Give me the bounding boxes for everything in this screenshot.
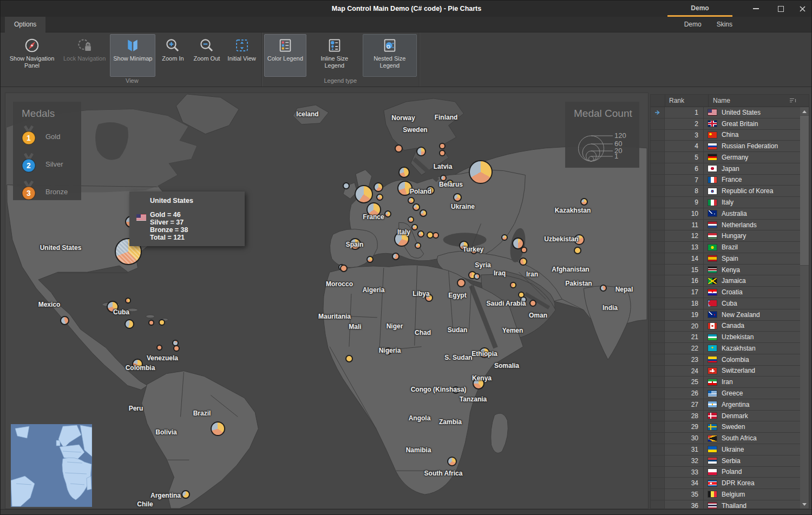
- table-row-switzerland[interactable]: 24Switzerland: [651, 366, 800, 377]
- pie-marker[interactable]: [469, 160, 493, 184]
- table-row-canada[interactable]: 20Canada: [651, 321, 800, 332]
- pie-marker[interactable]: [420, 209, 427, 217]
- pie-marker[interactable]: [398, 167, 410, 178]
- table-row-hungary[interactable]: 12Hungary: [651, 230, 800, 242]
- table-row-greece[interactable]: 26Greece: [651, 388, 800, 399]
- table-row-dpr-korea[interactable]: 34DPR Korea: [651, 478, 800, 489]
- pie-marker[interactable]: [376, 194, 383, 201]
- minimize-button[interactable]: [746, 1, 765, 17]
- pie-marker[interactable]: [447, 457, 457, 466]
- table-row-thailand[interactable]: 36Thailand: [651, 500, 800, 509]
- pie-marker[interactable]: [340, 265, 348, 272]
- color-legend-button[interactable]: Color Legend: [264, 34, 306, 77]
- sort-icon[interactable]: [789, 97, 797, 104]
- table-row-iran[interactable]: 25Iran: [651, 377, 800, 388]
- pie-marker[interactable]: [417, 230, 424, 237]
- table-row-croatia[interactable]: 17Croatia: [651, 287, 800, 298]
- table-row-ukraine[interactable]: 31Ukraine: [651, 444, 800, 455]
- map-view[interactable]: IcelandNorwayFinlandSwedenLatviaBelarusP…: [5, 93, 649, 509]
- grid-scrollbar[interactable]: [800, 107, 809, 509]
- table-row-russian-federation[interactable]: 4Russian Federation: [651, 141, 800, 152]
- pie-marker[interactable]: [211, 421, 225, 436]
- table-row-uzbekistan[interactable]: 21Uzbekistan: [651, 332, 800, 343]
- scrollbar-thumb[interactable]: [800, 116, 809, 266]
- table-row-australia[interactable]: 10Australia: [651, 208, 800, 220]
- pie-marker[interactable]: [510, 282, 516, 288]
- table-row-denmark[interactable]: 28Denmark: [651, 411, 800, 422]
- table-row-great-britain[interactable]: 2Great Britain: [651, 118, 800, 130]
- table-row-colombia[interactable]: 23Colombia: [651, 354, 800, 366]
- pie-marker[interactable]: [159, 319, 165, 326]
- pie-marker[interactable]: [574, 247, 581, 254]
- table-row-brazil[interactable]: 13Brazil: [651, 242, 800, 253]
- table-row-kazakhstan[interactable]: 22Kazakhstan: [651, 343, 800, 354]
- maximize-button[interactable]: [771, 1, 790, 17]
- scroll-up-button[interactable]: [800, 107, 809, 116]
- table-row-poland[interactable]: 33Poland: [651, 467, 800, 478]
- pie-marker[interactable]: [519, 258, 527, 266]
- table-row-argentina[interactable]: 27Argentina: [651, 399, 800, 411]
- table-row-sweden[interactable]: 29Sweden: [651, 421, 800, 433]
- pie-marker[interactable]: [345, 355, 353, 362]
- scroll-down-button[interactable]: [800, 500, 809, 509]
- zoom-out-button[interactable]: Zoom Out: [190, 34, 223, 77]
- pie-marker[interactable]: [600, 285, 607, 292]
- table-row-jamaica[interactable]: 16Jamaica: [651, 275, 800, 287]
- pie-marker[interactable]: [415, 242, 421, 249]
- pie-marker[interactable]: [392, 253, 400, 260]
- pie-marker[interactable]: [173, 345, 180, 352]
- pie-marker[interactable]: [412, 203, 420, 211]
- tab-options[interactable]: Options: [5, 17, 45, 32]
- pie-marker[interactable]: [439, 143, 446, 149]
- pie-marker[interactable]: [60, 316, 69, 325]
- table-row-republic-of-korea[interactable]: 8Republic of Korea: [651, 186, 800, 197]
- pie-marker[interactable]: [395, 144, 403, 153]
- pie-marker[interactable]: [125, 319, 134, 329]
- show-minimap-button[interactable]: Show Minimap: [110, 34, 155, 77]
- pie-marker[interactable]: [125, 298, 131, 303]
- nested-size-legend-button[interactable]: Nested Size Legend: [363, 34, 417, 77]
- pie-marker[interactable]: [457, 279, 466, 287]
- pie-marker[interactable]: [366, 256, 374, 263]
- pie-marker[interactable]: [374, 182, 383, 192]
- table-row-serbia[interactable]: 32Serbia: [651, 455, 800, 467]
- pie-marker[interactable]: [384, 210, 391, 217]
- pie-marker[interactable]: [156, 345, 162, 351]
- column-header-name[interactable]: Name: [709, 95, 809, 107]
- show-navigation-panel-button[interactable]: Show Navigation Panel: [5, 34, 59, 77]
- pie-marker[interactable]: [181, 490, 190, 499]
- pie-marker[interactable]: [580, 198, 588, 206]
- table-row-belgium[interactable]: 35Belgium: [651, 489, 800, 500]
- pie-marker[interactable]: [453, 193, 462, 202]
- table-row-south-africa[interactable]: 30South Africa: [651, 433, 800, 444]
- titlebar-demo-tab[interactable]: Demo: [667, 1, 732, 15]
- table-row-cuba[interactable]: 18Cuba: [651, 298, 800, 309]
- zoom-in-button[interactable]: Zoom In: [156, 34, 189, 77]
- pie-marker[interactable]: [529, 300, 536, 307]
- pie-marker[interactable]: [501, 234, 508, 241]
- table-row-china[interactable]: 3China: [651, 130, 800, 141]
- pie-marker[interactable]: [343, 182, 350, 189]
- table-row-france[interactable]: 7France: [651, 175, 800, 186]
- table-row-kenya[interactable]: 15Kenya: [651, 265, 800, 276]
- tab-demo[interactable]: Demo: [684, 17, 702, 32]
- minimap[interactable]: [11, 424, 92, 507]
- pie-marker[interactable]: [408, 197, 415, 204]
- pie-marker[interactable]: [474, 273, 480, 280]
- table-row-united-states[interactable]: 1United States: [651, 107, 800, 118]
- pie-marker[interactable]: [408, 216, 414, 223]
- table-row-spain[interactable]: 14Spain: [651, 253, 800, 265]
- initial-view-button[interactable]: Initial View: [224, 34, 259, 77]
- table-row-netherlands[interactable]: 11Netherlands: [651, 220, 800, 231]
- close-button[interactable]: [793, 1, 811, 17]
- column-header-rank[interactable]: Rank: [665, 95, 709, 107]
- table-row-new-zealand[interactable]: 19New Zealand: [651, 309, 800, 321]
- pie-marker[interactable]: [411, 224, 418, 230]
- pie-marker[interactable]: [148, 320, 154, 326]
- pie-marker[interactable]: [521, 247, 527, 253]
- pie-marker[interactable]: [433, 232, 439, 239]
- pie-marker[interactable]: [439, 150, 446, 156]
- table-row-germany[interactable]: 5Germany: [651, 152, 800, 163]
- table-row-italy[interactable]: 9Italy: [651, 197, 800, 208]
- table-row-japan[interactable]: 6Japan: [651, 163, 800, 175]
